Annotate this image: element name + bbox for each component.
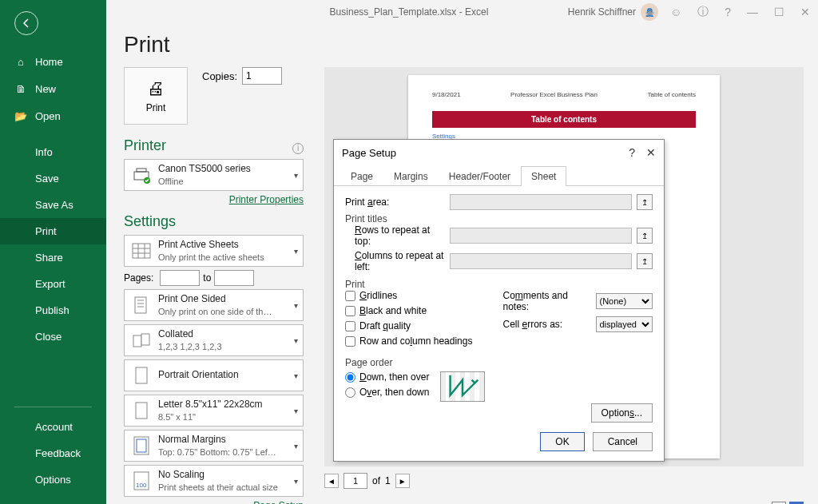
svg-rect-17 bbox=[137, 439, 146, 452]
options-button[interactable]: Options... bbox=[591, 403, 653, 423]
printer-properties-link[interactable]: Printer Properties bbox=[124, 194, 304, 205]
tab-page[interactable]: Page bbox=[340, 166, 383, 186]
draft-checkbox[interactable]: Draft quality bbox=[345, 320, 495, 331]
print-legend: Print bbox=[345, 279, 365, 290]
sidenav-save-as[interactable]: Save As bbox=[0, 192, 106, 218]
sidenav-export[interactable]: Export bbox=[0, 271, 106, 297]
help-icon[interactable]: ? bbox=[725, 6, 731, 18]
printer-icon: 🖨 bbox=[147, 78, 165, 99]
minimize-icon[interactable]: — bbox=[747, 6, 758, 18]
home-icon: ⌂ bbox=[14, 55, 27, 68]
page-number-input[interactable] bbox=[343, 473, 367, 489]
errors-label: Cell errors as: bbox=[503, 319, 591, 330]
margins-icon bbox=[129, 434, 153, 458]
dialog-title: Page Setup bbox=[342, 147, 396, 159]
down-over-radio[interactable]: Down, then over bbox=[345, 371, 429, 383]
print-what-combo[interactable]: Print Active SheetsOnly print the active… bbox=[124, 235, 304, 267]
pages-label: Pages: bbox=[124, 272, 153, 284]
sidenav-publish[interactable]: Publish bbox=[0, 297, 106, 323]
sidenav-options[interactable]: Options bbox=[0, 466, 106, 493]
preview-header: Professor Excel Business Plan bbox=[510, 91, 598, 98]
gridlines-checkbox[interactable]: Gridlines bbox=[345, 290, 495, 301]
sheets-icon bbox=[129, 239, 153, 263]
chevron-down-icon: ▾ bbox=[294, 371, 298, 380]
sidenav-close[interactable]: Close bbox=[0, 323, 106, 350]
tab-header-footer[interactable]: Header/Footer bbox=[439, 166, 521, 186]
dialog-help-icon[interactable]: ? bbox=[629, 146, 635, 159]
copies-input[interactable] bbox=[242, 67, 282, 85]
chevron-down-icon: ▾ bbox=[294, 407, 298, 415]
page-setup-dialog: Page Setup ? ✕ Page Margins Header/Foote… bbox=[333, 139, 665, 462]
cancel-button[interactable]: Cancel bbox=[593, 432, 653, 451]
close-icon[interactable]: ✕ bbox=[800, 6, 810, 18]
sides-combo[interactable]: Print One SidedOnly print on one side of… bbox=[124, 289, 304, 321]
print-area-input[interactable] bbox=[450, 194, 632, 210]
comments-label: Comments and notes: bbox=[503, 290, 591, 312]
page-order-preview-icon bbox=[440, 371, 485, 402]
paper-combo[interactable]: Letter 8.5"x11" 22x28cm8.5" x 11" ▾ bbox=[124, 395, 304, 427]
rows-repeat-input[interactable] bbox=[450, 228, 632, 244]
user-icon[interactable]: ⓘ bbox=[697, 5, 709, 19]
page-order-legend: Page order bbox=[345, 357, 392, 368]
tab-sheet[interactable]: Sheet bbox=[521, 166, 566, 186]
sidenav-print[interactable]: Print bbox=[0, 218, 106, 244]
sidenav-new[interactable]: 🗎 New bbox=[0, 75, 106, 102]
settings-section-title: Settings bbox=[124, 213, 304, 230]
collated-icon bbox=[129, 328, 153, 352]
errors-select[interactable]: displayed bbox=[596, 316, 653, 332]
printer-section-title: Printer bbox=[124, 137, 166, 154]
over-down-radio[interactable]: Over, then down bbox=[345, 387, 429, 398]
chevron-down-icon: ▾ bbox=[294, 442, 298, 450]
prev-page-button[interactable]: ◄ bbox=[324, 474, 339, 488]
print-button[interactable]: 🖨 Print bbox=[124, 67, 188, 125]
dialog-close-icon[interactable]: ✕ bbox=[646, 146, 656, 159]
maximize-icon[interactable]: ☐ bbox=[774, 6, 784, 18]
collated-combo[interactable]: Collated1,2,3 1,2,3 1,2,3 ▾ bbox=[124, 324, 304, 356]
print-area-label: Print area: bbox=[345, 196, 445, 208]
printer-status-icon bbox=[129, 163, 153, 187]
diamond-icon[interactable]: ◈ bbox=[645, 6, 654, 18]
ok-button[interactable]: OK bbox=[540, 432, 584, 451]
window-controls: ◈ ☺ ⓘ ? — ☐ ✕ bbox=[645, 5, 810, 19]
printer-combo[interactable]: Canon TS5000 series Offline ▾ bbox=[124, 159, 304, 191]
sidenav-share[interactable]: Share bbox=[0, 244, 106, 271]
back-button[interactable] bbox=[14, 11, 38, 35]
filename: Business_Plan_Template.xlsx - Excel bbox=[330, 6, 489, 18]
smiley-icon[interactable]: ☺ bbox=[670, 6, 681, 18]
sidenav-save[interactable]: Save bbox=[0, 165, 106, 192]
tab-margins[interactable]: Margins bbox=[383, 166, 439, 186]
pages-from-input[interactable] bbox=[160, 270, 200, 286]
paper-icon bbox=[129, 399, 153, 423]
chevron-down-icon: ▾ bbox=[294, 171, 298, 180]
sidenav-account[interactable]: Account bbox=[0, 414, 106, 440]
cols-repeat-input[interactable] bbox=[450, 253, 632, 269]
sidenav-open[interactable]: 📂 Open bbox=[0, 102, 106, 129]
bw-checkbox[interactable]: Black and white bbox=[345, 305, 495, 316]
chevron-down-icon: ▾ bbox=[294, 247, 298, 256]
print-controls: 🖨 Print Copies: Printer i Canon TS5000 s… bbox=[124, 67, 304, 504]
comments-select[interactable]: (None) bbox=[596, 293, 653, 309]
next-page-button[interactable]: ► bbox=[395, 474, 410, 488]
orientation-combo[interactable]: Portrait Orientation ▾ bbox=[124, 359, 304, 391]
sidenav-home[interactable]: ⌂ Home bbox=[0, 48, 106, 75]
sidenav-feedback[interactable]: Feedback bbox=[0, 440, 106, 466]
portrait-icon bbox=[129, 363, 153, 387]
user-name: Henrik Schiffner bbox=[568, 6, 636, 18]
rows-repeat-range-icon[interactable]: ↥ bbox=[637, 228, 653, 244]
print-area-range-icon[interactable]: ↥ bbox=[637, 194, 653, 210]
pages-to-input[interactable] bbox=[214, 270, 254, 286]
scaling-combo[interactable]: 100 No ScalingPrint sheets at their actu… bbox=[124, 465, 304, 497]
info-icon[interactable]: i bbox=[292, 143, 304, 154]
preview-date: 9/18/2021 bbox=[432, 91, 461, 98]
rowcol-checkbox[interactable]: Row and column headings bbox=[345, 335, 495, 347]
svg-rect-1 bbox=[137, 169, 146, 172]
backstage-sidenav: ⌂ Home 🗎 New 📂 Open Info Save Save As Pr… bbox=[0, 0, 106, 504]
cols-repeat-range-icon[interactable]: ↥ bbox=[637, 253, 653, 269]
page-setup-link[interactable]: Page Setup bbox=[124, 500, 304, 504]
preview-nav: ◄ of 1 ► bbox=[324, 473, 804, 489]
preview-corner: Table of contents bbox=[648, 91, 696, 98]
dialog-tabs: Page Margins Header/Footer Sheet bbox=[334, 165, 664, 186]
margins-combo[interactable]: Normal MarginsTop: 0.75" Bottom: 0.75" L… bbox=[124, 430, 304, 462]
sidenav-info[interactable]: Info bbox=[0, 139, 106, 165]
sidenav-divider bbox=[14, 407, 92, 407]
